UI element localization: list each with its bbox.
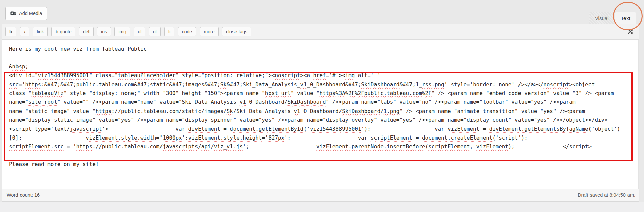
word-count: Word count: 16 bbox=[7, 192, 40, 198]
qt-blockquote-button[interactable]: b-quote bbox=[51, 27, 75, 36]
code-line: name="site_root" value="" /><param name=… bbox=[9, 98, 638, 107]
code-line: <script type='text/javascript'> var divE… bbox=[9, 125, 638, 133]
code-line: class="tableauViz" style="display: none;… bbox=[9, 89, 638, 98]
code-line: <div id="viz1544388995001" class="tablea… bbox=[9, 71, 638, 80]
page-background bbox=[0, 202, 644, 212]
qt-ul-button[interactable]: ul bbox=[134, 27, 145, 36]
code-line: scriptElement.src = 'https://public.tabl… bbox=[9, 142, 638, 151]
code-line: name="display_static_image" value="yes" … bbox=[9, 116, 638, 124]
media-icon bbox=[10, 11, 16, 17]
qt-del-button[interactable]: del bbox=[79, 27, 94, 36]
qt-close-tags-button[interactable]: close tags bbox=[222, 27, 251, 36]
qt-bold-button[interactable]: b bbox=[5, 27, 16, 36]
draft-saved-status: Draft saved at 8:04:50 am. bbox=[578, 192, 635, 198]
qt-more-button[interactable]: more bbox=[200, 27, 219, 36]
post-content-textarea[interactable]: Here is my cool new viz from Tableau Pub… bbox=[2, 40, 639, 189]
tab-visual[interactable]: Visual bbox=[589, 12, 614, 24]
code-line: src='https:&#47;&#47;public.tableau.com&… bbox=[9, 80, 638, 89]
code-line: name="static_image" value="https://publi… bbox=[9, 107, 638, 116]
word-count-label: Word count: bbox=[7, 192, 33, 198]
qt-italic-button[interactable]: i bbox=[20, 27, 29, 36]
qt-link-button[interactable]: link bbox=[33, 27, 48, 36]
qt-ol-button[interactable]: ol bbox=[149, 27, 161, 36]
content-line-empty bbox=[9, 53, 638, 62]
content-line-outro: Please read more on my site! bbox=[9, 160, 638, 169]
qt-code-button[interactable]: code bbox=[178, 27, 196, 36]
add-media-button[interactable]: Add Media bbox=[5, 7, 47, 20]
fullscreen-icon bbox=[627, 28, 633, 35]
qt-li-button[interactable]: li bbox=[164, 27, 174, 36]
qt-ins-button[interactable]: ins bbox=[97, 27, 111, 36]
post-editor: Add Media Visual Text b i link b-quote d… bbox=[2, 0, 639, 202]
content-line-intro: Here is my cool new viz from Tableau Pub… bbox=[9, 44, 638, 53]
editor-mode-tabs: Visual Text bbox=[589, 12, 636, 24]
add-media-label: Add Media bbox=[19, 11, 42, 16]
fullscreen-button[interactable] bbox=[627, 28, 633, 36]
word-count-value: 16 bbox=[34, 192, 40, 198]
editor-media-buttons-bar: Add Media Visual Text bbox=[2, 0, 639, 24]
code-line: [0]; vizElement.style.width='1000px';viz… bbox=[9, 133, 638, 142]
content-line-empty bbox=[9, 151, 638, 160]
tab-text[interactable]: Text bbox=[615, 12, 636, 24]
content-line-nbsp: &nbsp; bbox=[9, 62, 638, 71]
quicktags-toolbar: b i link b-quote del ins img ul ol li co… bbox=[2, 24, 639, 40]
wordpress-editor-page: Add Media Visual Text b i link b-quote d… bbox=[0, 0, 644, 212]
qt-img-button[interactable]: img bbox=[114, 27, 130, 36]
editor-status-bar: Word count: 16 Draft saved at 8:04:50 am… bbox=[2, 189, 639, 202]
